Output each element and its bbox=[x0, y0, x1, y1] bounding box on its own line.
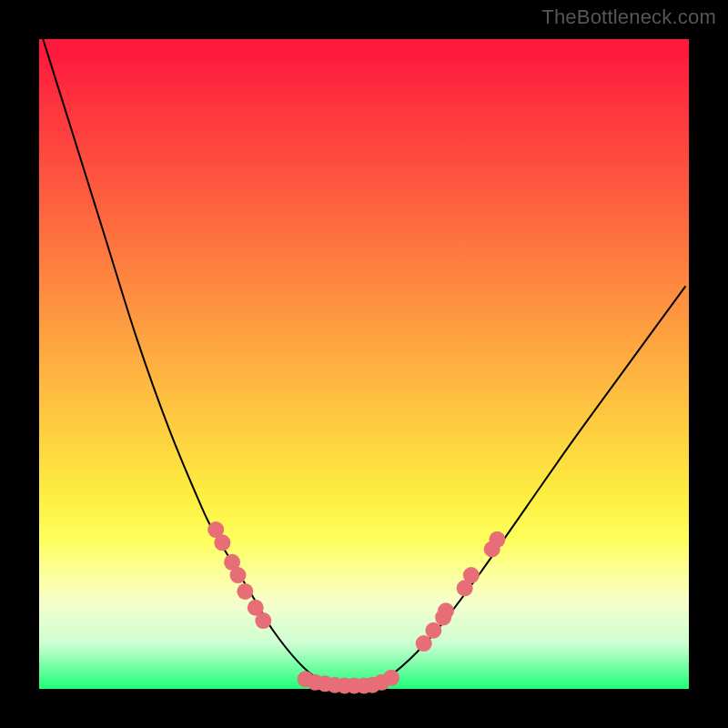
watermark-text: TheBottleneck.com bbox=[541, 5, 716, 29]
highlight-dot bbox=[489, 531, 505, 548]
highlight-dot bbox=[463, 567, 480, 583]
highlight-dot bbox=[237, 583, 253, 600]
highlight-dot bbox=[255, 612, 271, 629]
bottleneck-curve bbox=[43, 39, 685, 689]
chart-frame: TheBottleneck.com bbox=[0, 0, 728, 728]
highlight-dot bbox=[416, 635, 432, 652]
highlight-dot bbox=[425, 622, 441, 639]
highlight-dots bbox=[207, 521, 505, 693]
curve-svg bbox=[39, 39, 689, 689]
highlight-dot bbox=[214, 534, 230, 551]
highlight-dot bbox=[438, 602, 454, 619]
highlight-dot bbox=[383, 670, 399, 686]
highlight-dot bbox=[229, 567, 246, 583]
plot-area bbox=[39, 39, 689, 689]
